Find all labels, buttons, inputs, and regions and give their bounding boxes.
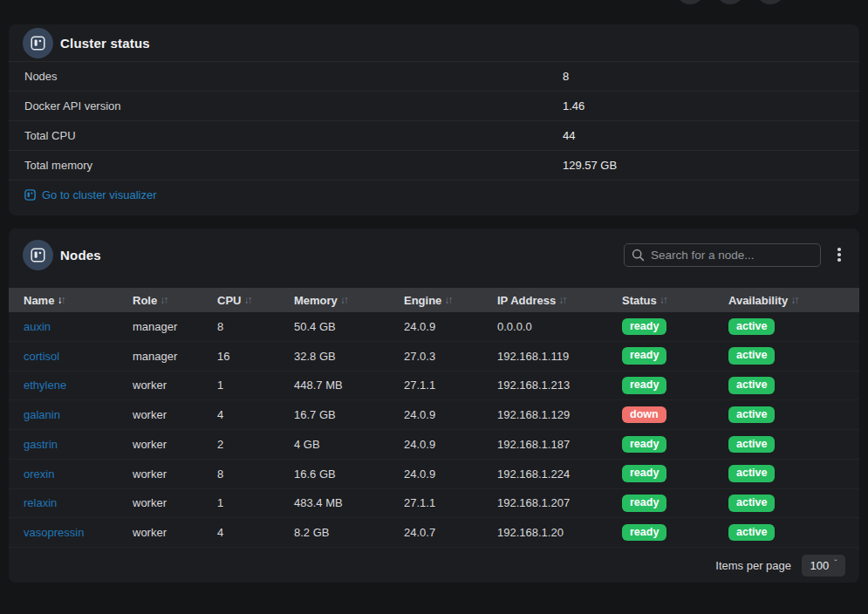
cluster-row-value: 129.57 GB [563, 159, 617, 172]
cluster-row-value: 8 [563, 70, 569, 83]
nodes-table-footer: Items per page 100 ˇ [9, 548, 859, 583]
chevron-down-icon: ˇ [834, 560, 837, 569]
node-role: worker [133, 467, 217, 481]
column-header[interactable]: Name ↓↑ [24, 294, 133, 307]
node-engine: 24.0.9 [404, 467, 497, 481]
status-badge: ready [622, 377, 666, 394]
column-header[interactable]: Availability ↓↑ [728, 294, 859, 307]
node-role: worker [133, 379, 217, 392]
node-ip: 192.168.1.207 [497, 496, 622, 509]
cluster-visualizer-link[interactable]: Go to cluster visualizer [9, 180, 859, 209]
cluster-visualizer-icon [24, 189, 36, 201]
node-name-link[interactable]: auxin [24, 320, 133, 333]
node-cpu: 1 [217, 379, 294, 392]
node-name-link[interactable]: ethylene [24, 379, 133, 392]
cluster-status-list: Nodes 8 Docker API version 1.46 Total CP… [9, 61, 859, 180]
table-row: cortisol manager 16 32.8 GB 27.0.3 192.1… [9, 342, 859, 372]
sort-arrows-icon: ↓↑ [444, 294, 451, 306]
node-cpu: 1 [217, 496, 294, 509]
node-cpu: 8 [217, 467, 294, 481]
node-role: worker [133, 526, 217, 539]
status-badge: ready [622, 495, 666, 512]
node-ip: 192.168.1.224 [497, 467, 622, 481]
availability-badge: active [728, 495, 775, 512]
hard-drive-icon [23, 240, 53, 270]
availability-badge: active [728, 318, 775, 336]
availability-badge: active [728, 436, 775, 454]
header-button-1[interactable] [675, 0, 705, 4]
node-name-link[interactable]: vasopressin [24, 526, 133, 539]
items-per-page-label: Items per page [715, 559, 791, 572]
nodes-title: Nodes [60, 248, 101, 263]
node-ip: 192.168.1.129 [497, 408, 622, 421]
cluster-row-value: 44 [563, 129, 575, 142]
node-name-link[interactable]: gastrin [24, 438, 133, 451]
column-label: CPU [217, 294, 241, 307]
search-icon [632, 249, 645, 262]
cluster-status-header: Cluster status [9, 24, 859, 61]
node-name-link[interactable]: cortisol [24, 350, 133, 363]
node-role: worker [133, 496, 217, 509]
column-label: IP Address [497, 294, 556, 307]
node-engine: 27.1.1 [404, 496, 497, 509]
status-badge: ready [622, 465, 666, 482]
column-header[interactable]: Engine ↓↑ [404, 294, 497, 307]
nodes-header: Nodes [9, 229, 859, 281]
node-memory: 16.7 GB [294, 408, 404, 421]
column-header[interactable]: IP Address ↓↑ [497, 294, 622, 307]
column-header[interactable]: Status ↓↑ [622, 294, 728, 307]
cluster-row-label: Total CPU [9, 129, 76, 142]
kebab-menu-icon[interactable] [833, 243, 845, 267]
status-badge: ready [622, 436, 666, 454]
table-row: vasopressin worker 4 8.2 GB 24.0.7 192.1… [9, 518, 859, 548]
cluster-row-label: Total memory [9, 159, 92, 172]
column-label: Availability [728, 294, 788, 307]
node-ip: 192.168.1.119 [497, 350, 622, 363]
cluster-status-row: Nodes 8 [9, 61, 859, 91]
table-row: relaxin worker 1 483.4 MB 27.1.1 192.168… [9, 489, 859, 519]
node-engine: 24.0.9 [404, 408, 497, 421]
column-label: Name [24, 294, 54, 307]
cluster-status-row: Docker API version 1.46 [9, 91, 859, 120]
sort-arrows-icon: ↓↑ [57, 294, 64, 306]
items-per-page-value: 100 [810, 559, 829, 572]
table-row: orexin worker 8 16.6 GB 24.0.9 192.168.1… [9, 460, 859, 489]
node-name-link[interactable]: galanin [24, 408, 133, 421]
sort-arrows-icon: ↓↑ [558, 294, 565, 306]
column-header[interactable]: Memory ↓↑ [294, 294, 404, 307]
node-name-link[interactable]: relaxin [24, 496, 133, 509]
sort-arrows-icon: ↓↑ [243, 294, 250, 306]
node-search-input[interactable] [624, 243, 821, 267]
node-cpu: 8 [217, 320, 294, 333]
node-role: manager [133, 350, 217, 363]
node-role: worker [133, 408, 217, 421]
node-name-link[interactable]: orexin [24, 467, 133, 481]
cluster-row-label: Nodes [9, 70, 58, 83]
cluster-status-title: Cluster status [60, 36, 150, 51]
node-memory: 16.6 GB [294, 467, 404, 481]
sort-arrows-icon: ↓↑ [790, 294, 797, 306]
sort-arrows-icon: ↓↑ [160, 294, 167, 306]
node-search [624, 243, 821, 267]
column-label: Memory [294, 294, 338, 307]
node-cpu: 4 [217, 526, 294, 539]
status-badge: ready [622, 347, 666, 365]
sort-arrows-icon: ↓↑ [340, 294, 347, 306]
hard-drive-icon [23, 28, 53, 58]
items-per-page-select[interactable]: 100 ˇ [802, 555, 845, 576]
header-button-2[interactable] [715, 0, 745, 4]
table-row: auxin manager 8 50.4 GB 24.0.9 0.0.0.0 r… [9, 312, 859, 342]
node-cpu: 2 [217, 438, 294, 451]
cluster-status-row: Total memory 129.57 GB [9, 150, 859, 180]
node-engine: 24.0.9 [404, 320, 497, 333]
column-label: Engine [404, 294, 441, 307]
node-memory: 50.4 GB [294, 320, 404, 333]
table-row: ethylene worker 1 448.7 MB 27.1.1 192.16… [9, 372, 859, 401]
node-ip: 192.168.1.213 [497, 379, 622, 392]
header-button-3[interactable] [755, 0, 785, 4]
node-memory: 8.2 GB [294, 526, 404, 539]
availability-badge: active [728, 377, 775, 394]
column-header[interactable]: CPU ↓↑ [217, 294, 294, 307]
node-memory: 4 GB [294, 438, 404, 451]
column-header[interactable]: Role ↓↑ [133, 294, 217, 307]
